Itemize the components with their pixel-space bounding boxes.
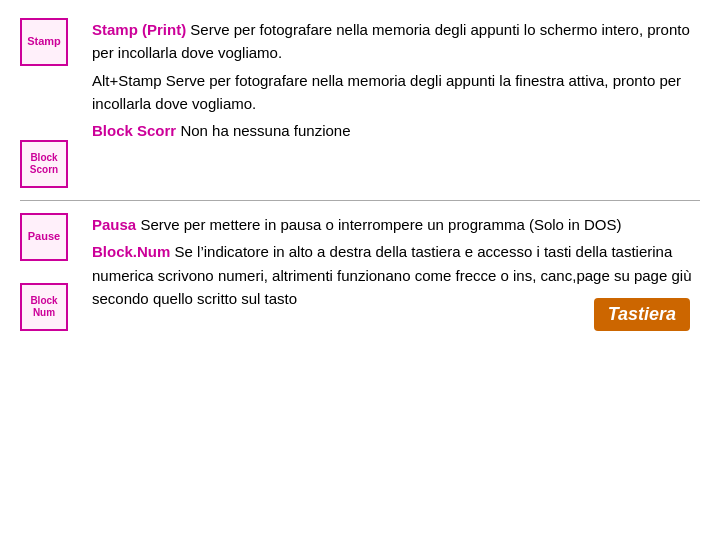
stamp-paragraph-2: Alt+Stamp Serve per fotografare nella me… xyxy=(92,69,700,116)
block-num-badge: Block Num xyxy=(20,283,68,331)
tastiera-badge: Tastiera xyxy=(594,298,690,331)
block-num-title: Block.Num xyxy=(92,243,170,260)
icons-col-1: Stamp Block Scorn xyxy=(20,18,80,188)
stamp-text-block: Stamp (Print) Serve per fotografare nell… xyxy=(92,18,700,146)
icons-col-2: Pause Block Num xyxy=(20,213,80,331)
page-container: Stamp Block Scorn Stamp (Print) Serve pe… xyxy=(0,0,720,540)
stamp-title: Stamp (Print) xyxy=(92,21,186,38)
stamp-paragraph-1: Stamp (Print) Serve per fotografare nell… xyxy=(92,18,700,65)
pausa-paragraph-1: Pausa Serve per mettere in pausa o inter… xyxy=(92,213,700,236)
section-stamp: Stamp Block Scorn Stamp (Print) Serve pe… xyxy=(20,18,700,188)
pause-badge: Pause xyxy=(20,213,68,261)
block-scorr-title: Block Scorr xyxy=(92,122,176,139)
pause-title: Pausa xyxy=(92,216,136,233)
block-scorr-desc: Non ha nessuna funzione xyxy=(180,122,350,139)
pause-desc: Serve per mettere in pausa o interromper… xyxy=(140,216,621,233)
stamp-badge: Stamp xyxy=(20,18,68,66)
section-pausa: Pause Block Num Pausa Serve per mettere … xyxy=(20,213,700,331)
stamp-desc2: Alt+Stamp Serve per fotografare nella me… xyxy=(92,72,681,112)
block-scorr-paragraph: Block Scorr Non ha nessuna funzione xyxy=(92,119,700,142)
block-scorr-badge: Block Scorn xyxy=(20,140,68,188)
section-divider xyxy=(20,200,700,201)
tastiera-label: Tastiera xyxy=(608,304,676,324)
